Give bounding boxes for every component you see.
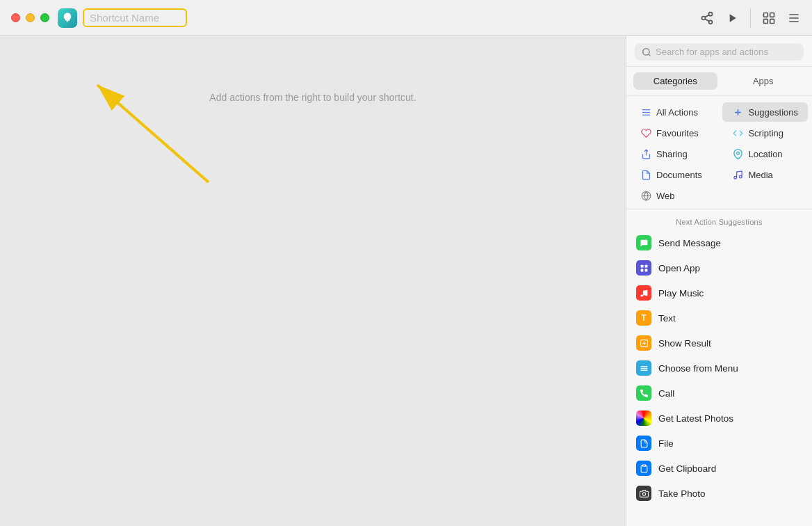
action-get-latest-photos[interactable]: Get Latest Photos — [626, 406, 812, 431]
show-result-icon — [636, 335, 651, 351]
play-music-icon — [636, 285, 651, 301]
maximize-button[interactable] — [40, 13, 49, 22]
svg-point-23 — [645, 294, 647, 296]
category-location[interactable]: Location — [722, 144, 808, 164]
action-take-photo-label: Take Photo — [658, 488, 706, 499]
category-all-actions[interactable]: All Actions — [631, 102, 714, 122]
action-call[interactable]: Call — [626, 381, 812, 406]
tab-bar: Categories Apps — [626, 67, 812, 96]
category-media-label: Media — [748, 170, 772, 180]
svg-rect-30 — [642, 465, 645, 466]
search-input[interactable] — [656, 47, 797, 57]
svg-rect-19 — [644, 264, 647, 267]
get-latest-photos-icon — [636, 411, 651, 426]
action-take-photo[interactable]: Take Photo — [626, 481, 812, 506]
action-send-message-label: Send Message — [658, 238, 721, 248]
doc-icon — [640, 169, 651, 180]
heart-icon — [640, 127, 651, 138]
svg-point-31 — [642, 492, 645, 495]
category-location-label: Location — [748, 149, 782, 159]
titlebar-actions — [700, 11, 739, 25]
tab-apps[interactable]: Apps — [722, 72, 806, 90]
action-text-label: Text — [658, 313, 676, 324]
run-button[interactable] — [725, 11, 739, 25]
share-button[interactable] — [700, 11, 714, 25]
action-show-result-label: Show Result — [658, 338, 711, 349]
minimize-button[interactable] — [26, 13, 35, 22]
svg-rect-3 — [770, 19, 774, 23]
svg-point-13 — [737, 152, 740, 154]
category-scripting[interactable]: Scripting — [722, 123, 808, 143]
arrow-annotation — [76, 71, 229, 199]
list-icon — [640, 106, 651, 118]
category-scripting-label: Scripting — [748, 128, 783, 138]
category-suggestions[interactable]: Suggestions — [722, 102, 808, 122]
text-icon: T — [636, 310, 651, 326]
titlebar — [0, 0, 812, 36]
details-button[interactable] — [762, 11, 776, 25]
sidebar: Categories Apps All Actions Sugge — [626, 36, 812, 526]
svg-point-22 — [640, 294, 642, 296]
action-choose-from-menu[interactable]: Choose from Menu — [626, 356, 812, 381]
search-bar — [626, 36, 812, 67]
action-get-clipboard-label: Get Clipboard — [658, 463, 716, 474]
file-icon — [636, 436, 651, 451]
shortcut-name-input[interactable] — [83, 8, 187, 27]
settings-button[interactable] — [787, 11, 801, 25]
suggestions-header: Next Action Suggestions — [626, 209, 812, 229]
action-play-music[interactable]: Play Music — [626, 280, 812, 305]
action-get-latest-photos-label: Get Latest Photos — [658, 413, 733, 424]
svg-rect-1 — [770, 13, 774, 17]
send-message-icon — [636, 235, 651, 250]
shortcut-app-icon — [58, 8, 77, 28]
action-send-message[interactable]: Send Message — [626, 230, 812, 255]
svg-line-5 — [97, 85, 209, 182]
category-web-label: Web — [656, 191, 675, 201]
search-icon — [642, 47, 651, 57]
traffic-lights — [11, 13, 49, 22]
action-open-app-label: Open App — [658, 263, 700, 273]
share-icon — [640, 148, 651, 159]
action-choose-from-menu-label: Choose from Menu — [658, 363, 738, 374]
call-icon — [636, 385, 651, 401]
svg-rect-18 — [640, 264, 643, 267]
get-clipboard-icon — [636, 461, 651, 476]
open-app-icon — [636, 260, 651, 276]
svg-point-6 — [643, 48, 649, 54]
action-call-label: Call — [658, 388, 674, 399]
take-photo-icon — [636, 486, 651, 501]
category-suggestions-label: Suggestions — [748, 107, 798, 118]
choose-from-menu-icon — [636, 360, 651, 376]
action-open-app[interactable]: Open App — [626, 255, 812, 280]
svg-rect-20 — [640, 269, 643, 271]
canvas-hint: Add actions from the right to build your… — [209, 92, 416, 103]
action-play-music-label: Play Music — [658, 288, 704, 298]
search-input-wrap — [635, 43, 804, 61]
svg-rect-2 — [764, 19, 768, 23]
category-documents-label: Documents — [656, 170, 702, 180]
action-file-label: File — [658, 438, 674, 449]
main-container: Add actions from the right to build your… — [0, 36, 812, 526]
location-icon — [732, 148, 743, 159]
action-show-result[interactable]: Show Result — [626, 330, 812, 356]
plus-icon — [732, 106, 743, 118]
svg-rect-0 — [764, 13, 768, 17]
web-icon — [640, 190, 651, 201]
action-text[interactable]: T Text — [626, 305, 812, 330]
svg-point-15 — [739, 175, 742, 178]
categories-grid: All Actions Suggestions Favourites — [626, 96, 812, 209]
tab-categories[interactable]: Categories — [633, 72, 717, 90]
category-all-actions-label: All Actions — [656, 107, 698, 118]
titlebar-right-actions — [762, 11, 801, 25]
category-favourites-label: Favourites — [656, 128, 699, 138]
action-file[interactable]: File — [626, 431, 812, 456]
script-icon — [732, 127, 743, 138]
canvas-area: Add actions from the right to build your… — [0, 36, 626, 526]
category-web[interactable]: Web — [631, 186, 714, 205]
close-button[interactable] — [11, 13, 20, 22]
category-documents[interactable]: Documents — [631, 165, 714, 184]
category-sharing[interactable]: Sharing — [631, 144, 714, 164]
category-favourites[interactable]: Favourites — [631, 123, 714, 143]
category-media[interactable]: Media — [722, 165, 808, 184]
action-get-clipboard[interactable]: Get Clipboard — [626, 456, 812, 481]
